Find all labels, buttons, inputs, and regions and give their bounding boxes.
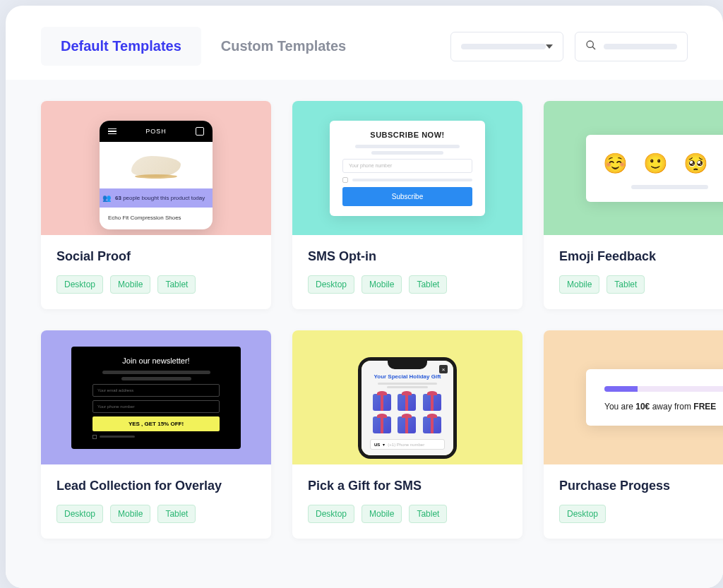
card-title: Social Proof xyxy=(56,249,256,264)
people-icon: 👥 xyxy=(102,194,111,202)
svg-line-1 xyxy=(592,47,595,49)
tag-desktop: Desktop xyxy=(56,275,103,294)
bag-icon xyxy=(196,127,204,136)
template-card-purchase-progress[interactable]: You are 10€ away from FREE Purchase Prog… xyxy=(544,330,723,539)
gift-icon xyxy=(373,416,391,433)
checkbox-icon xyxy=(342,177,348,183)
menu-icon xyxy=(108,128,116,135)
tags: Desktop Mobile Tablet xyxy=(308,505,507,523)
progress-box: You are 10€ away from FREE xyxy=(586,369,723,426)
preview: × Your Special Holiday Gift xyxy=(292,330,522,464)
app-window: Default Templates Custom Templates POS xyxy=(6,6,723,588)
card-title: Emoji Feedback xyxy=(559,249,723,264)
progress-text: You are 10€ away from FREE xyxy=(604,402,723,412)
preview: SUBSCRIBE NOW! Your phone number Subscri… xyxy=(292,101,522,235)
preview: Join our newsletter! Your email address … xyxy=(41,330,271,464)
template-card-lead-collection[interactable]: Join our newsletter! Your email address … xyxy=(41,330,271,539)
tag-tablet: Tablet xyxy=(157,275,196,294)
tags: Desktop Mobile Tablet xyxy=(308,275,507,294)
tags: Desktop Mobile Tablet xyxy=(56,505,256,523)
tag-tablet: Tablet xyxy=(409,505,447,523)
banner-text: people bought this product today xyxy=(123,195,205,201)
template-card-social-proof[interactable]: POSH 👥 63 people bought this product tod… xyxy=(41,101,271,309)
newsletter-button: YES , GET 15% OFF! xyxy=(92,416,220,431)
template-card-sms-opt-in[interactable]: SUBSCRIBE NOW! Your phone number Subscri… xyxy=(292,101,522,309)
phone-input: Your phone number xyxy=(342,159,472,173)
search-placeholder xyxy=(604,44,677,49)
tag-mobile: Mobile xyxy=(559,275,599,294)
tag-mobile: Mobile xyxy=(362,275,402,294)
banner-count: 63 xyxy=(115,195,121,201)
template-grid: POSH 👥 63 people bought this product tod… xyxy=(41,101,723,539)
brand-label: POSH xyxy=(145,128,167,135)
tag-desktop: Desktop xyxy=(308,505,354,523)
header: Default Templates Custom Templates xyxy=(6,6,723,80)
close-icon: × xyxy=(439,365,448,373)
gift-heading: Your Special Holiday Gift xyxy=(370,373,445,380)
gift-icon xyxy=(423,394,441,411)
gift-icon xyxy=(398,416,416,433)
phone-input: Your phone number xyxy=(92,400,220,413)
tags: Desktop xyxy=(559,505,723,523)
phone-mockup: POSH 👥 63 people bought this product tod… xyxy=(100,121,213,229)
card-title: Lead Collection for Overlay xyxy=(56,479,256,493)
svg-point-0 xyxy=(587,41,593,47)
search-icon xyxy=(585,40,597,54)
tag-tablet: Tablet xyxy=(607,275,645,294)
checkbox-icon xyxy=(92,435,97,439)
tag-mobile: Mobile xyxy=(110,505,150,523)
tag-desktop: Desktop xyxy=(308,275,354,294)
tag-tablet: Tablet xyxy=(157,505,196,523)
email-input: Your email address xyxy=(92,384,220,397)
product-image xyxy=(108,149,204,184)
preview: You are 10€ away from FREE xyxy=(544,330,723,464)
subscribe-button: Subscribe xyxy=(342,187,472,206)
product-name: Echo Fit Compression Shoes xyxy=(108,212,204,229)
card-title: SMS Opt-in xyxy=(308,249,507,264)
newsletter-heading: Join our newsletter! xyxy=(92,356,220,365)
subscribe-box: SUBSCRIBE NOW! Your phone number Subscri… xyxy=(330,121,485,216)
content-area: POSH 👥 63 people bought this product tod… xyxy=(6,80,723,588)
phone-mockup: × Your Special Holiday Gift xyxy=(358,357,457,459)
filter-select[interactable] xyxy=(450,32,563,61)
tab-default-templates[interactable]: Default Templates xyxy=(41,27,201,66)
gift-grid xyxy=(373,394,442,433)
template-card-pick-a-gift[interactable]: × Your Special Holiday Gift xyxy=(292,330,522,539)
tag-desktop: Desktop xyxy=(56,505,103,523)
tab-custom-templates[interactable]: Custom Templates xyxy=(201,27,366,66)
select-placeholder xyxy=(461,44,546,49)
gift-icon xyxy=(423,416,441,433)
gift-icon xyxy=(373,394,391,411)
emoji-2: 🙂 xyxy=(643,152,668,175)
tags: Desktop Mobile Tablet xyxy=(56,275,256,294)
card-title: Pick a Gift for SMS xyxy=(308,479,507,493)
card-title: Purchase Progess xyxy=(559,479,723,493)
tag-tablet: Tablet xyxy=(409,275,447,294)
progress-bar xyxy=(604,386,723,392)
newsletter-box: Join our newsletter! Your email address … xyxy=(71,347,241,449)
preview: POSH 👥 63 people bought this product tod… xyxy=(41,101,271,235)
tag-desktop: Desktop xyxy=(559,505,606,523)
tag-mobile: Mobile xyxy=(110,275,150,294)
social-proof-banner: 👥 63 people bought this product today xyxy=(100,188,213,208)
emoji-box: ☺️ 🙂 🥺 😍 xyxy=(586,135,723,202)
preview: ☺️ 🙂 🥺 😍 xyxy=(544,101,723,235)
emoji-1: ☺️ xyxy=(603,152,628,175)
phone-country-input: US ▾ (+1) Phone number xyxy=(370,439,445,450)
gift-icon xyxy=(398,394,416,411)
chevron-down-icon xyxy=(546,44,553,49)
tag-mobile: Mobile xyxy=(362,505,402,523)
tags: Mobile Tablet xyxy=(559,275,723,294)
emoji-3: 🥺 xyxy=(683,152,708,175)
template-card-emoji-feedback[interactable]: ☺️ 🙂 🥺 😍 Emoji Feedback Mobile Tablet xyxy=(544,101,723,309)
search-input[interactable] xyxy=(575,32,688,61)
subscribe-heading: SUBSCRIBE NOW! xyxy=(342,131,472,139)
